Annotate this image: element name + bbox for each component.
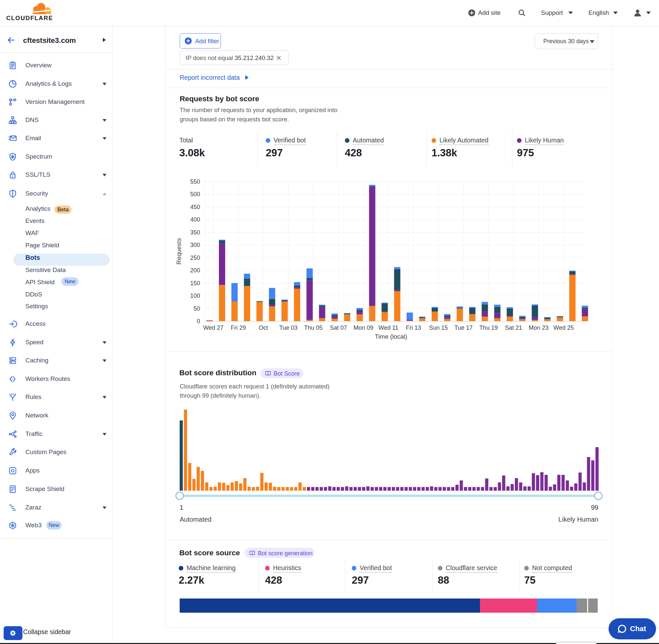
svg-text:Mon 09: Mon 09	[353, 324, 373, 331]
svg-text:Requests: Requests	[175, 238, 182, 264]
svg-text:200: 200	[190, 267, 200, 274]
svg-text:Wed 25: Wed 25	[554, 324, 574, 331]
svg-text:Mon 23: Mon 23	[529, 324, 548, 331]
svg-text:350: 350	[190, 229, 200, 236]
svg-text:Sun 15: Sun 15	[429, 324, 448, 331]
svg-text:500: 500	[190, 191, 200, 198]
svg-text:Tue 17: Tue 17	[454, 324, 472, 331]
svg-text:Oct: Oct	[259, 324, 268, 331]
svg-text:100: 100	[190, 293, 200, 299]
svg-text:300: 300	[190, 242, 200, 248]
svg-text:Sat 21: Sat 21	[505, 324, 522, 331]
svg-text:Wed 27: Wed 27	[203, 324, 223, 331]
svg-text:550: 550	[190, 178, 200, 185]
svg-text:150: 150	[190, 280, 200, 286]
svg-text:Wed 11: Wed 11	[378, 324, 398, 331]
svg-text:450: 450	[190, 204, 200, 210]
svg-text:Fri 29: Fri 29	[231, 324, 246, 331]
svg-text:Sat 07: Sat 07	[330, 324, 347, 331]
svg-text:Tue 03: Tue 03	[279, 324, 297, 331]
svg-text:Fri 13: Fri 13	[406, 324, 421, 331]
svg-text:Time (local): Time (local)	[375, 333, 407, 340]
svg-text:Thu 19: Thu 19	[479, 324, 498, 331]
svg-text:Thu 05: Thu 05	[304, 324, 323, 331]
svg-text:0: 0	[197, 318, 200, 324]
svg-text:400: 400	[190, 216, 200, 223]
svg-text:250: 250	[190, 255, 200, 261]
svg-text:50: 50	[193, 305, 200, 312]
